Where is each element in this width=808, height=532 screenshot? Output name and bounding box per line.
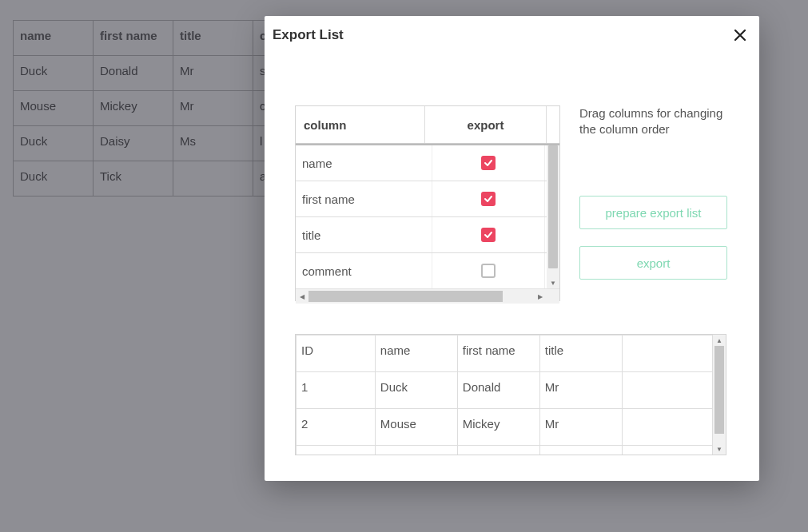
preview-cell: 3 — [297, 446, 376, 456]
export-list-modal: Export List column export name — [265, 16, 759, 481]
preview-cell — [622, 446, 712, 456]
scroll-down-icon[interactable]: ▼ — [713, 443, 726, 455]
picker-vertical-scrollbar[interactable]: ▼ — [547, 145, 559, 288]
scroll-up-icon[interactable]: ▲ — [713, 335, 726, 346]
column-picker: column export name first name — [295, 105, 560, 301]
close-icon — [733, 28, 747, 46]
table-row: 2 Mouse Mickey Mr — [297, 409, 713, 446]
preview-col-id: ID — [297, 335, 376, 372]
preview-cell: Daisy — [457, 446, 539, 456]
scroll-left-icon[interactable]: ◀ — [296, 289, 308, 304]
preview-cell — [622, 372, 712, 409]
preview-col-title: title — [539, 335, 622, 372]
export-checkbox-name[interactable] — [481, 156, 496, 170]
close-button[interactable] — [729, 26, 751, 48]
preview-cell: Ms — [539, 446, 622, 456]
preview-col-blank — [622, 335, 712, 372]
preview-cell: Duck — [375, 446, 457, 456]
prepare-export-list-button[interactable]: prepare export list — [579, 196, 727, 229]
check-icon — [484, 193, 493, 206]
check-icon — [484, 228, 493, 242]
preview-col-first: first name — [457, 335, 539, 372]
picker-row-label: name — [296, 145, 432, 181]
preview-cell: Donald — [457, 372, 539, 409]
export-checkbox-first-name[interactable] — [481, 192, 496, 206]
check-icon — [484, 157, 493, 170]
preview-cell: Mouse — [375, 409, 457, 446]
export-button[interactable]: export — [579, 246, 727, 280]
picker-row-label: comment — [296, 253, 432, 288]
export-checkbox-comment[interactable] — [481, 264, 496, 278]
preview-cell: 2 — [297, 409, 376, 446]
preview-cell: Duck — [375, 372, 457, 409]
picker-row-label: title — [296, 217, 432, 252]
picker-header-column[interactable]: column — [296, 106, 425, 143]
scrollbar-thumb[interactable] — [714, 346, 724, 434]
preview-cell — [622, 409, 712, 446]
scroll-right-icon[interactable]: ▶ — [534, 289, 547, 304]
preview-vertical-scrollbar[interactable]: ▲ ▼ — [713, 335, 726, 455]
modal-title: Export List — [273, 27, 344, 43]
picker-row-title[interactable]: title — [296, 217, 559, 253]
picker-row-first-name[interactable]: first name — [296, 181, 559, 217]
export-preview-table: ID name first name title 1 Duck Donald M… — [295, 334, 726, 455]
preview-cell: Mr — [539, 409, 622, 446]
picker-horizontal-scrollbar[interactable]: ◀ ▶ — [296, 288, 559, 304]
picker-header-spacer — [547, 106, 559, 143]
preview-cell: Mr — [539, 372, 622, 409]
scroll-down-icon[interactable]: ▼ — [547, 277, 559, 288]
picker-row-comment[interactable]: comment — [296, 253, 559, 288]
scrollbar-thumb[interactable] — [548, 145, 558, 268]
table-row: 1 Duck Donald Mr — [297, 372, 713, 409]
picker-row-name[interactable]: name — [296, 145, 559, 181]
preview-cell: Mickey — [457, 409, 539, 446]
picker-row-label: first name — [296, 181, 432, 216]
preview-col-name: name — [375, 335, 457, 372]
picker-header-export[interactable]: export — [425, 106, 547, 143]
table-row: 3 Duck Daisy Ms — [297, 446, 713, 456]
export-checkbox-title[interactable] — [481, 228, 496, 242]
preview-cell: 1 — [297, 372, 376, 409]
scrollbar-thumb[interactable] — [308, 291, 503, 302]
drag-instructions: Drag columns for changing the column ord… — [579, 105, 731, 138]
